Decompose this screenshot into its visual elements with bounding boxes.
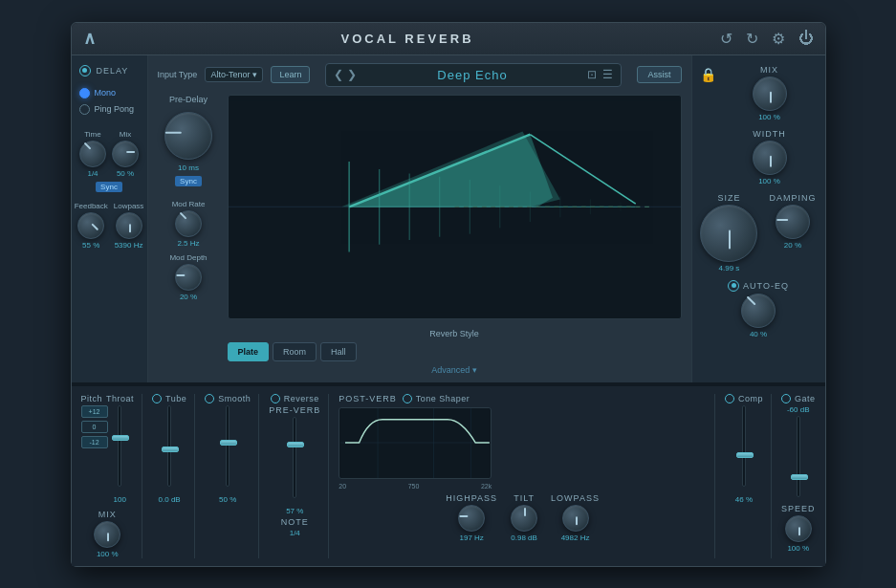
auto-eq-knob[interactable]	[741, 294, 776, 328]
auto-eq-section: Auto-EQ 40 %	[700, 280, 818, 338]
arturia-logo: ∧	[83, 28, 96, 49]
lock-icon[interactable]: 🔒	[700, 67, 716, 82]
mix-value: 50 %	[117, 169, 134, 178]
post-verb-label: Post-Verb	[339, 394, 397, 403]
time-value: 1/4	[87, 169, 98, 178]
sync-badge[interactable]: Sync	[96, 182, 122, 192]
reverse-value: 57 %	[286, 507, 303, 515]
mix-knob[interactable]	[112, 141, 139, 167]
tone-shaper-power[interactable]	[403, 394, 412, 403]
mod-rate-knob[interactable]	[175, 210, 202, 237]
smooth-power[interactable]	[205, 394, 214, 403]
right-mix-value: 100 %	[758, 113, 780, 121]
auto-eq-value: 40 %	[750, 330, 767, 338]
next-preset-button[interactable]: ❯	[347, 68, 357, 81]
predelay-label: Pre-Delay	[169, 95, 208, 104]
right-width-label: Width	[753, 129, 786, 139]
damping-knob[interactable]	[776, 205, 810, 239]
size-knob[interactable]	[700, 205, 757, 262]
predelay-section: Pre-Delay 10 ms Sync Mod Rate 2.5 Hz Mod…	[158, 95, 220, 375]
reverse-power[interactable]	[271, 394, 280, 403]
mono-option[interactable]: Mono	[79, 88, 140, 98]
tone-lowpass-knob[interactable]	[562, 505, 589, 532]
comp-label: Comp	[738, 394, 763, 403]
right-mix-knob[interactable]	[753, 76, 787, 111]
pre-verb-label: Pre-Verb	[269, 405, 320, 415]
delay-knobs: Time 1/4 Mix 50 % Sync Feedback	[79, 130, 140, 250]
tube-fader-handle[interactable]	[162, 446, 179, 452]
delay-power-button[interactable]	[79, 65, 91, 76]
mode-options: Mono Ping Pong	[79, 88, 140, 115]
tone-knobs-row: Highpass 197 Hz Tilt 0.98 dB Lowpass 498…	[339, 493, 707, 542]
power-icon[interactable]: ⏻	[798, 30, 814, 47]
bookmark-icon[interactable]: ⊡	[587, 68, 597, 81]
pitch-zero: 0	[81, 421, 108, 433]
comp-fader-handle[interactable]	[736, 452, 754, 458]
undo-icon[interactable]: ↺	[720, 30, 732, 48]
damping-label: Damping	[769, 193, 816, 203]
time-knob[interactable]	[79, 141, 106, 167]
tube-fader: 0.0 dB	[159, 405, 181, 504]
hall-button[interactable]: Hall	[320, 342, 357, 361]
highpass-label: Highpass	[446, 493, 497, 503]
lowpass-knob[interactable]	[116, 212, 142, 239]
preset-nav: ❮ ❯ Deep Echo ⊡ ☰	[325, 63, 622, 87]
gate-speed-label: Speed	[781, 504, 816, 513]
mod-depth-knob[interactable]	[175, 264, 202, 291]
predelay-knob[interactable]	[164, 112, 212, 160]
tone-shaper-display	[339, 407, 492, 479]
highpass-knob[interactable]	[458, 505, 485, 532]
pitch-minus12: -12	[81, 436, 108, 448]
right-width-knob[interactable]	[753, 141, 787, 175]
prev-preset-button[interactable]: ❮	[334, 68, 343, 81]
right-width-section: Width 100 %	[722, 129, 818, 185]
gate-fader-handle[interactable]	[791, 474, 808, 480]
feedback-value: 55 %	[82, 241, 99, 250]
main-content-row: Pre-Delay 10 ms Sync Mod Rate 2.5 Hz Mod…	[158, 95, 682, 375]
menu-icon[interactable]: ☰	[602, 68, 613, 81]
throat-fader-handle[interactable]	[112, 435, 129, 441]
throat-fader: 100	[114, 405, 126, 504]
tube-power[interactable]	[152, 394, 162, 403]
feedback-knob[interactable]	[77, 212, 104, 239]
delay-panel: Delay Mono Ping Pong Time 1/4	[72, 55, 148, 382]
mod-rate-value: 2.5 Hz	[177, 239, 199, 248]
damping-value: 20 %	[784, 241, 801, 250]
tone-shaper-label: Tone Shaper	[416, 394, 470, 403]
tube-label: Tube	[165, 394, 186, 403]
assist-button[interactable]: Assist	[637, 66, 681, 83]
gate-power[interactable]	[781, 394, 791, 403]
comp-power[interactable]	[725, 394, 734, 403]
room-button[interactable]: Room	[273, 342, 317, 361]
learn-button[interactable]: Learn	[271, 66, 310, 83]
tone-shaper-svg	[339, 408, 491, 478]
bottom-mix-label: Mix	[98, 510, 117, 519]
tilt-value: 0.98 dB	[511, 534, 537, 542]
redo-icon[interactable]: ↻	[746, 30, 758, 48]
reverse-label: Reverse	[284, 394, 319, 403]
advanced-link[interactable]: Advanced ▾	[228, 365, 682, 375]
comp-fader: 46 %	[735, 405, 753, 504]
predelay-value: 10 ms	[178, 163, 199, 172]
tilt-knob[interactable]	[511, 505, 537, 532]
ping-pong-option[interactable]: Ping Pong	[79, 104, 140, 115]
gate-db: -60 dB	[787, 405, 810, 414]
gate-fader	[795, 416, 802, 502]
predelay-sync-badge[interactable]: Sync	[175, 176, 202, 186]
reverse-fader-handle[interactable]	[287, 442, 304, 447]
input-type-dropdown[interactable]: Alto-Tenor ▾	[205, 67, 263, 82]
throat-value: 100	[114, 495, 126, 504]
gate-speed-knob[interactable]	[785, 515, 812, 542]
plate-button[interactable]: Plate	[228, 342, 270, 361]
smooth-fader-handle[interactable]	[220, 440, 237, 446]
freq-labels: 20 750 22k	[339, 483, 492, 490]
waveform-svg	[229, 96, 681, 318]
auto-eq-power-button[interactable]	[728, 280, 739, 292]
settings-icon[interactable]: ⚙	[772, 30, 785, 48]
reverb-style-section: Reverb Style Plate Room Hall Advanced ▾	[228, 329, 682, 375]
waveform-display	[228, 95, 682, 319]
bottom-mix-value: 100 %	[97, 550, 119, 558]
gate-label: Gate	[795, 394, 816, 403]
mono-radio	[79, 88, 90, 98]
bottom-mix-knob[interactable]	[94, 521, 120, 548]
